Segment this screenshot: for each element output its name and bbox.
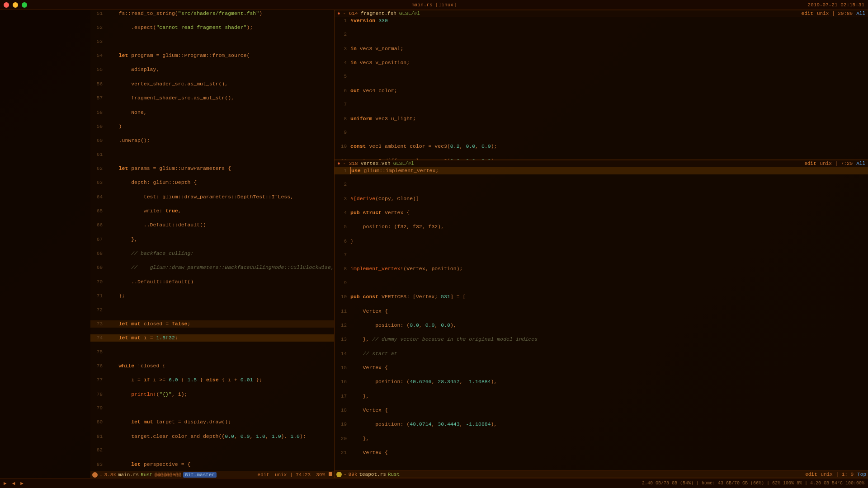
window-title: main.rs [linux] [411, 2, 456, 8]
fragment-mode: edit [802, 11, 813, 16]
teapot-file-num: - [344, 472, 347, 477]
progress-fill [329, 472, 332, 476]
close-btn[interactable] [4, 2, 9, 8]
vertex-pane: ● - 318 vertex.vsh GLSL/#l edit unix | 7… [335, 160, 868, 478]
main-rs-filename: main.rs [118, 472, 139, 478]
main-rs-progress [329, 472, 332, 478]
teapot-status: - 89k teapot.rs Rust edit unix | 1: 0 To… [335, 470, 868, 478]
right-pane: ● - 614 fragment.fsh GLSL/#l edit unix |… [335, 10, 868, 478]
bottom-sys-info: 2.40 GB/78 GB (54%) | home: 43 GB/70 GB … [642, 481, 864, 486]
main-rs-status-icons: @@@@@@e@@ [155, 472, 181, 478]
main-rs-code[interactable]: 51 fs::read_to_string("src/shaders/fragm… [90, 10, 334, 471]
editor-container: 51 fs::read_to_string("src/shaders/fragm… [90, 10, 868, 478]
right-bottom-split: ● - 318 vertex.vsh GLSL/#l edit unix | 7… [335, 160, 868, 478]
vertex-filetype: GLSL/#l [393, 161, 414, 166]
fragment-linecount: - 614 [343, 11, 358, 16]
top-bar: main.rs [linux] 2019-07-21 02:15:31 [0, 0, 868, 10]
bottom-next-btn[interactable]: ▶ [20, 480, 24, 486]
fragment-pane: ● - 614 fragment.fsh GLSL/#l edit unix |… [335, 10, 868, 160]
left-pane: 51 fs::read_to_string("src/shaders/fragm… [90, 10, 335, 478]
fragment-filetype: GLSL/#l [399, 11, 420, 16]
vertex-code[interactable]: 1 use glium::implement_vertex; 2 3#[deri… [335, 167, 868, 470]
vertex-filename: vertex.vsh [361, 161, 391, 166]
main-rs-linecount: 3.8k [104, 472, 116, 478]
bottom-play-btn[interactable]: ▶ [4, 480, 7, 486]
main-rs-status: - 3.8k main.rs Rust @@@@@@e@@ Git-master… [90, 471, 334, 478]
vertex-encoding: unix | 7:20 [820, 161, 853, 166]
sidebar [0, 10, 90, 478]
vertex-header-right: edit unix | 7:20 All [804, 161, 865, 166]
fragment-header: ● - 614 fragment.fsh GLSL/#l edit unix |… [335, 10, 868, 17]
status-indicator-teapot [336, 472, 342, 477]
main-rs-lang: Rust [141, 472, 152, 478]
main-rs-mode: edit [258, 472, 269, 478]
teapot-top-btn[interactable]: Top [857, 472, 866, 477]
vertex-all-btn[interactable]: All [856, 161, 865, 166]
fragment-all-btn[interactable]: All [856, 11, 865, 16]
git-branch: Git-master [183, 472, 217, 478]
fragment-encoding: unix | 20:89 [817, 11, 853, 16]
teapot-lang: Rust [388, 472, 400, 477]
maximize-btn[interactable] [22, 2, 27, 8]
teapot-encoding: unix | 1: 0 [821, 472, 854, 477]
fragment-code[interactable]: 1#version 330 2 3in vec3 v_normal; 4in v… [335, 17, 868, 160]
main-rs-encoding: unix | 74:23 [275, 472, 311, 478]
fragment-header-right: edit unix | 20:89 All [802, 11, 865, 16]
vertex-header: ● - 318 vertex.vsh GLSL/#l edit unix | 7… [335, 160, 868, 167]
teapot-header-right: edit unix | 1: 0 Top [805, 472, 866, 477]
status-indicator-main [92, 472, 98, 478]
window-controls [4, 2, 27, 8]
vertex-mode: edit [804, 161, 816, 166]
main-rs-file-num: - [99, 472, 103, 478]
teapot-linecount: 89k [349, 472, 358, 477]
teapot-mode: edit [805, 472, 817, 477]
minimize-btn[interactable] [13, 2, 18, 8]
teapot-filename: teapot.rs [359, 472, 386, 477]
fragment-filename: fragment.fsh [361, 11, 396, 16]
fragment-num: ● [337, 11, 340, 16]
vertex-num: ● [337, 161, 340, 166]
main-rs-percent: 39% [316, 472, 325, 478]
datetime: 2019-07-21 02:15:31 [808, 2, 864, 8]
bottom-bar: ▶ ◀ ▶ 2.40 GB/78 GB (54%) | home: 43 GB/… [0, 478, 868, 488]
bottom-prev-btn[interactable]: ◀ [12, 480, 15, 486]
vertex-linecount: - 318 [343, 161, 358, 166]
